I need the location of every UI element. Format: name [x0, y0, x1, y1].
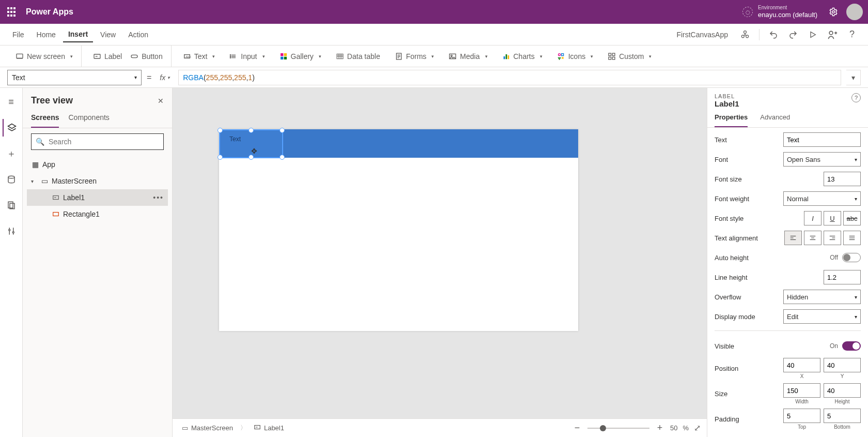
zoom-slider[interactable]	[587, 428, 649, 429]
menu-file[interactable]: File	[7, 27, 29, 42]
equals-sign: =	[147, 73, 151, 82]
prop-x-input[interactable]	[783, 358, 820, 372]
prop-font-select[interactable]: Open Sans▾	[783, 152, 861, 167]
rail-insert-icon[interactable]: ＋	[3, 145, 20, 162]
property-selector[interactable]: Text ▾	[7, 70, 142, 85]
tree-item-label1[interactable]: Label1 •••	[27, 189, 168, 206]
align-justify-button[interactable]	[843, 231, 861, 245]
svg-point-20	[451, 55, 453, 56]
prop-control-name: Label1	[715, 99, 739, 108]
visible-toggle[interactable]	[842, 341, 861, 351]
tree-item-masterscreen[interactable]: ▾ ▭ MasterScreen	[27, 173, 168, 189]
tab-screens[interactable]: Screens	[31, 109, 59, 128]
prop-fontweight-select[interactable]: Normal▾	[783, 191, 861, 206]
insert-button-button[interactable]: Button	[128, 50, 164, 63]
prop-size-label: Size	[715, 390, 778, 398]
canvas-area[interactable]: Text ✥ ▭ MasterScreen 〉 Label1	[173, 88, 707, 437]
insert-input-button[interactable]: Input	[227, 50, 267, 63]
svg-point-4	[829, 31, 833, 35]
user-avatar[interactable]	[846, 4, 863, 20]
fx-button[interactable]: fx	[157, 73, 173, 82]
align-right-button[interactable]	[824, 231, 841, 245]
fit-to-window-icon[interactable]: ⤢	[694, 423, 701, 433]
italic-button[interactable]: I	[804, 211, 822, 225]
prop-y-input[interactable]	[824, 358, 861, 372]
environment-label: Environment	[758, 5, 817, 11]
canvas-label-text: Text	[229, 135, 241, 143]
help-icon[interactable]: ?	[843, 26, 861, 43]
menu-insert[interactable]: Insert	[63, 27, 93, 42]
new-screen-button[interactable]: New screen	[13, 50, 75, 63]
tab-components[interactable]: Components	[68, 109, 109, 128]
app-checker-icon[interactable]	[736, 26, 754, 43]
rail-data-icon[interactable]	[3, 171, 20, 188]
resize-handle[interactable]	[218, 128, 223, 133]
tree-search[interactable]: 🔍	[31, 133, 164, 150]
svg-rect-27	[613, 53, 615, 56]
rail-media-icon[interactable]	[3, 197, 20, 214]
insert-text-button[interactable]: Abc Text	[181, 50, 218, 63]
tree-search-input[interactable]	[49, 138, 159, 146]
undo-icon[interactable]	[765, 26, 782, 43]
prop-lineheight-input[interactable]	[824, 270, 861, 284]
strikethrough-button[interactable]: abc	[843, 211, 861, 225]
play-icon[interactable]	[804, 26, 822, 43]
menu-view[interactable]: View	[95, 27, 121, 42]
label-icon	[52, 193, 60, 202]
insert-custom-button[interactable]: Custom	[606, 50, 654, 63]
screen-canvas[interactable]: Text ✥	[219, 129, 578, 331]
prop-text-input[interactable]	[783, 132, 861, 147]
prop-width-input[interactable]	[783, 383, 820, 398]
prop-fontsize-input[interactable]	[824, 172, 861, 186]
tab-properties[interactable]: Properties	[715, 110, 748, 127]
formula-input[interactable]: RGBA(255, 255, 255, 1)	[178, 70, 841, 85]
tab-advanced[interactable]: Advanced	[760, 110, 790, 127]
rail-advanced-tools-icon[interactable]	[3, 222, 20, 240]
insert-datatable-button[interactable]: Data table	[334, 50, 382, 63]
tree-item-app[interactable]: ▦ App	[27, 156, 168, 173]
autoheight-toggle[interactable]	[842, 253, 861, 262]
menu-home[interactable]: Home	[32, 27, 61, 42]
rail-tree-view-icon[interactable]	[3, 119, 20, 137]
redo-icon[interactable]	[784, 26, 802, 43]
insert-label-button[interactable]: Label	[91, 50, 124, 63]
settings-icon[interactable]	[825, 3, 842, 21]
insert-media-button[interactable]: Media	[446, 50, 489, 63]
zoom-out-button[interactable]: −	[572, 423, 582, 433]
prop-help-icon[interactable]: ?	[851, 93, 861, 102]
resize-handle[interactable]	[280, 155, 285, 160]
rectangle-icon	[52, 210, 60, 218]
align-left-button[interactable]	[784, 231, 802, 245]
insert-gallery-button[interactable]: Gallery	[277, 50, 323, 63]
environment-picker[interactable]: ◌ Environment enayu.com (default)	[742, 5, 817, 19]
formula-expand-button[interactable]: ▾	[846, 70, 861, 85]
resize-handle[interactable]	[249, 155, 254, 160]
close-tree-panel-button[interactable]: ✕	[158, 97, 164, 105]
breadcrumb-screen[interactable]: ▭ MasterScreen	[179, 422, 236, 434]
resize-handle[interactable]	[249, 128, 254, 133]
insert-charts-button[interactable]: Charts	[500, 50, 545, 63]
insert-forms-button[interactable]: Forms	[393, 50, 437, 63]
resize-handle[interactable]	[218, 155, 223, 160]
menu-action[interactable]: Action	[123, 27, 153, 42]
app-launcher-button[interactable]	[5, 6, 18, 18]
tree-item-label: App	[42, 160, 55, 169]
prop-height-input[interactable]	[824, 383, 861, 398]
align-center-button[interactable]	[804, 231, 822, 245]
underline-button[interactable]: U	[824, 211, 841, 225]
resize-handle[interactable]	[280, 128, 285, 133]
prop-padding-top-input[interactable]	[783, 409, 820, 423]
canvas-label1-selected[interactable]: Text ✥	[219, 129, 283, 158]
share-icon[interactable]	[824, 26, 841, 43]
svg-rect-26	[609, 53, 611, 56]
insert-icons-button[interactable]: Icons	[555, 50, 595, 63]
tree-item-rectangle1[interactable]: Rectangle1	[27, 206, 168, 222]
prop-padding-bottom-input[interactable]	[824, 409, 861, 423]
prop-overflow-select[interactable]: Hidden▾	[783, 290, 861, 304]
prop-displaymode-select[interactable]: Edit▾	[783, 309, 861, 324]
zoom-in-button[interactable]: +	[655, 423, 665, 433]
rail-hamburger-icon[interactable]: ≡	[3, 93, 20, 111]
breadcrumb-label1[interactable]: Label1	[251, 421, 287, 434]
svg-rect-13	[281, 53, 283, 56]
more-options-button[interactable]: •••	[153, 193, 164, 202]
